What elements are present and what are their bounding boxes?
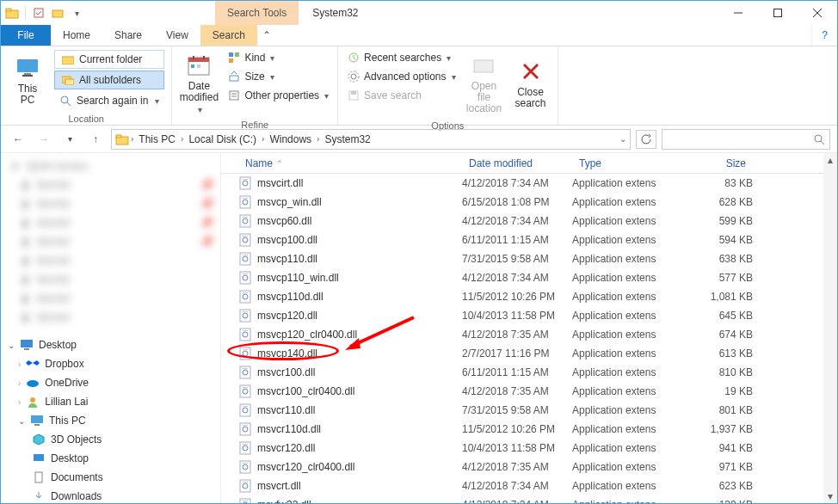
breadcrumb[interactable]: › This PC› Local Disk (C:)› Windows› Sys…: [111, 129, 631, 150]
help-icon[interactable]: ?: [811, 25, 837, 46]
ribbon-collapse-icon[interactable]: ⌃: [257, 25, 276, 46]
tree-item-user[interactable]: ›Lillian Lai: [1, 392, 220, 411]
up-button[interactable]: ↑: [85, 129, 106, 150]
file-name: msvcp_win.dll: [257, 196, 322, 208]
table-row[interactable]: msvcp110d.dll11/5/2012 10:26 PMApplicati…: [221, 287, 837, 306]
close-button[interactable]: [798, 1, 837, 25]
tree-item-desktop[interactable]: ⌄Desktop: [1, 335, 220, 354]
table-row[interactable]: msvcr100_clr0400.dll4/12/2018 7:35 AMApp…: [221, 382, 837, 401]
tree-item-thispc[interactable]: ⌄This PC: [1, 411, 220, 430]
back-button[interactable]: ←: [8, 129, 28, 150]
table-row[interactable]: msvcrt.dll4/12/2018 7:34 AMApplication e…: [221, 476, 837, 495]
col-type[interactable]: Type: [572, 157, 681, 169]
chevron-icon[interactable]: ›: [317, 134, 319, 144]
current-folder-button[interactable]: Current folder: [54, 50, 164, 69]
bc-thispc[interactable]: This PC: [135, 133, 179, 145]
table-row[interactable]: msvcp110_win.dll4/12/2018 7:34 AMApplica…: [221, 268, 837, 287]
table-row[interactable]: msvcp100.dll6/11/2011 1:15 AMApplication…: [221, 230, 837, 249]
tree-item[interactable]: ▮blurred: [1, 270, 220, 289]
advanced-options-button[interactable]: Advanced options▾: [343, 67, 459, 86]
bc-localdisk[interactable]: Local Disk (C:): [185, 133, 260, 145]
new-folder-icon[interactable]: [50, 5, 65, 21]
search-field[interactable]: [662, 133, 809, 145]
table-row[interactable]: msvcr120.dll10/4/2013 11:58 PMApplicatio…: [221, 439, 837, 458]
svg-rect-41: [21, 340, 33, 347]
table-row[interactable]: msvcp140.dll2/7/2017 11:16 PMApplication…: [221, 344, 837, 363]
tree-item-desktop2[interactable]: Desktop: [1, 449, 220, 468]
recent-searches-button[interactable]: Recent searches▾: [343, 48, 459, 67]
tree-item-dropbox[interactable]: ›Dropbox: [1, 354, 220, 373]
tree-item[interactable]: ▮blurred📌: [1, 213, 220, 232]
scroll-up-icon[interactable]: ▴: [823, 153, 837, 167]
qat-dropdown-icon[interactable]: ▾: [69, 5, 84, 21]
tree-item[interactable]: ▮blurred: [1, 289, 220, 308]
tab-share[interactable]: Share: [102, 25, 154, 46]
chevron-down-icon[interactable]: ⌄: [8, 341, 15, 350]
size-button[interactable]: Size▾: [224, 67, 332, 86]
chevron-icon[interactable]: ›: [181, 134, 183, 144]
tree-item[interactable]: ▮blurred📌: [1, 175, 220, 194]
file-name: msvcp110.dll: [257, 253, 317, 265]
search-input[interactable]: [662, 129, 830, 150]
svg-rect-78: [243, 349, 248, 350]
kind-button[interactable]: Kind▾: [224, 48, 332, 67]
tree-item-documents[interactable]: Documents: [1, 468, 220, 487]
file-tab[interactable]: File: [1, 25, 51, 46]
tab-home[interactable]: Home: [51, 25, 102, 46]
table-row[interactable]: msvcr100.dll6/11/2011 1:15 AMApplication…: [221, 363, 837, 382]
properties-icon[interactable]: [31, 5, 46, 21]
table-row[interactable]: msvcp120.dll10/4/2013 11:58 PMApplicatio…: [221, 306, 837, 325]
chevron-icon[interactable]: ›: [131, 134, 133, 144]
tree-item[interactable]: ★Quick access: [1, 157, 220, 175]
file-type: Application extens: [572, 404, 681, 416]
tab-search[interactable]: Search: [200, 25, 257, 46]
table-row[interactable]: msvcr110d.dll11/5/2012 10:26 PMApplicati…: [221, 420, 837, 439]
table-row[interactable]: msvcr120_clr0400.dll4/12/2018 7:35 AMApp…: [221, 458, 837, 476]
all-subfolders-button[interactable]: All subfolders: [54, 71, 164, 89]
svg-rect-57: [243, 217, 248, 218]
close-search-button[interactable]: Close search: [509, 48, 552, 119]
scroll-down-icon[interactable]: ▾: [823, 489, 837, 503]
svg-rect-93: [243, 444, 248, 445]
chevron-right-icon[interactable]: ›: [18, 360, 21, 369]
col-name[interactable]: Name⌃: [238, 157, 462, 169]
table-row[interactable]: msvcr110.dll7/31/2015 9:58 AMApplication…: [221, 401, 837, 420]
recent-locations-button[interactable]: ▾: [59, 129, 80, 150]
tree-item-downloads[interactable]: Downloads: [1, 487, 220, 503]
table-row[interactable]: msvcp60.dll4/12/2018 7:34 AMApplication …: [221, 212, 837, 230]
search-icon[interactable]: [809, 133, 829, 145]
minimize-button[interactable]: [718, 1, 758, 25]
this-pc-button[interactable]: This PC: [6, 48, 49, 112]
maximize-button[interactable]: [758, 1, 798, 25]
table-row[interactable]: msvcp120_clr0400.dll4/12/2018 7:35 AMApp…: [221, 325, 837, 344]
chevron-down-icon[interactable]: ⌄: [18, 416, 25, 426]
file-size: 971 KB: [681, 461, 753, 473]
table-row[interactable]: msvfw32.dll4/12/2018 7:34 AMApplication …: [221, 495, 837, 503]
table-row[interactable]: msvcp110.dll7/31/2015 9:58 AMApplication…: [221, 249, 837, 268]
tree-item[interactable]: ▮blurred: [1, 308, 220, 327]
chevron-icon[interactable]: ›: [262, 134, 264, 144]
date-modified-button[interactable]: Date modified▾: [177, 48, 220, 118]
search-again-button[interactable]: Search again in▾: [54, 91, 164, 110]
other-properties-button[interactable]: Other properties▾: [224, 86, 332, 105]
chevron-right-icon[interactable]: ›: [18, 397, 21, 407]
scrollbar[interactable]: ▴ ▾: [823, 153, 837, 503]
bc-windows[interactable]: Windows: [266, 133, 315, 145]
tree-item[interactable]: ▮blurred: [1, 251, 220, 270]
chevron-right-icon[interactable]: ›: [18, 378, 21, 388]
refresh-button[interactable]: [636, 130, 656, 149]
tree-item[interactable]: ▮blurred📌: [1, 232, 220, 251]
file-type: Application extens: [572, 461, 681, 473]
col-date[interactable]: Date modified: [462, 157, 572, 169]
col-size[interactable]: Size: [681, 157, 753, 169]
forward-button[interactable]: →: [34, 129, 54, 150]
bc-system32[interactable]: System32: [321, 133, 373, 145]
tab-view[interactable]: View: [154, 25, 200, 46]
tree-item[interactable]: ▮blurred📌: [1, 194, 220, 213]
table-row[interactable]: msvcirt.dll4/12/2018 7:34 AMApplication …: [221, 174, 837, 193]
file-name: msvcr120_clr0400.dll: [257, 461, 354, 473]
tree-item-3d[interactable]: 3D Objects: [1, 430, 220, 449]
address-dropdown-icon[interactable]: ⌄: [619, 134, 626, 144]
table-row[interactable]: msvcp_win.dll6/15/2018 1:08 PMApplicatio…: [221, 193, 837, 212]
tree-item-onedrive[interactable]: ›OneDrive: [1, 373, 220, 392]
